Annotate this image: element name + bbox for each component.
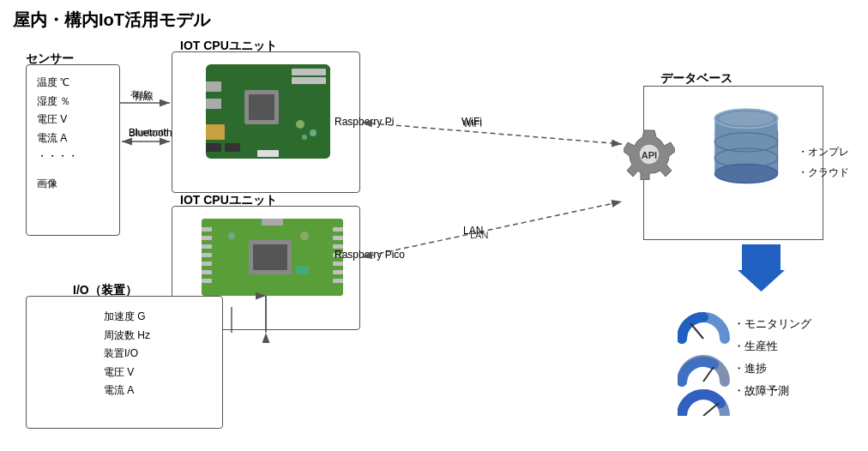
bluetooth-label: Bluetooth	[129, 127, 172, 139]
svg-marker-55	[738, 244, 785, 292]
svg-rect-10	[257, 150, 279, 157]
svg-rect-16	[253, 244, 287, 270]
db-option-2: ・クラウド	[798, 162, 849, 183]
raspberry-pico-image	[202, 219, 343, 296]
sensor-line-1: 温度 ℃	[37, 74, 109, 93]
svg-rect-5	[206, 81, 221, 92]
svg-point-12	[310, 129, 316, 136]
svg-text:API: API	[642, 150, 657, 160]
svg-rect-24	[333, 227, 343, 232]
raspberry-pi-image	[206, 64, 330, 159]
svg-line-66	[362, 123, 622, 144]
svg-line-57	[703, 367, 714, 382]
api-gear: API	[624, 129, 675, 180]
result-1: ・モニタリング	[733, 313, 811, 335]
svg-rect-2	[249, 94, 274, 120]
svg-rect-8	[206, 143, 221, 152]
database-label: データベース	[660, 71, 732, 87]
svg-rect-4	[292, 77, 326, 84]
results-content: ・モニタリング ・生産性 ・進捗 ・故障予測	[733, 313, 811, 402]
lan-label: LAN	[463, 225, 483, 237]
wifi-label: WiFi	[461, 116, 482, 128]
svg-line-58	[703, 403, 719, 416]
sensor-line-6: 画像	[37, 175, 109, 194]
io-line-4: 電圧 V	[104, 364, 218, 382]
svg-point-41	[719, 111, 774, 126]
io-box: 加速度 G 周波数 Hz 装置I/O 電圧 V 電流 A	[26, 296, 223, 429]
svg-point-32	[300, 232, 309, 240]
svg-rect-28	[333, 262, 343, 266]
wire-label: 有線	[133, 89, 154, 104]
io-content: 加速度 G 周波数 Hz 装置I/O 電圧 V 電流 A	[27, 304, 222, 405]
svg-point-33	[228, 232, 235, 239]
svg-rect-7	[206, 124, 225, 140]
svg-rect-17	[202, 227, 212, 232]
svg-rect-9	[225, 143, 240, 152]
raspberry-pi-label: Raspberry Pi	[335, 116, 394, 128]
svg-rect-25	[333, 236, 343, 240]
svg-rect-20	[202, 253, 212, 257]
svg-rect-19	[202, 244, 212, 249]
svg-rect-23	[202, 279, 212, 283]
svg-rect-30	[333, 279, 343, 283]
sensor-line-4: 電流 A	[37, 129, 109, 148]
database-cylinder	[703, 103, 789, 197]
svg-rect-21	[202, 262, 212, 266]
svg-rect-3	[292, 69, 326, 75]
database-options: ・オンプレ ・クラウド	[798, 141, 849, 183]
sensor-box: 温度 ℃ 湿度 ％ 電圧 V 電流 A ・・・・ 画像	[26, 64, 120, 236]
sensor-line-3: 電圧 V	[37, 111, 109, 129]
db-option-1: ・オンプレ	[798, 141, 849, 162]
io-line-2: 周波数 Hz	[104, 327, 218, 346]
io-line-5: 電流 A	[104, 382, 218, 400]
svg-rect-31	[262, 219, 283, 226]
svg-point-13	[302, 135, 307, 140]
result-3: ・進捗	[733, 358, 811, 380]
svg-rect-18	[202, 236, 212, 240]
result-4: ・故障予測	[733, 380, 811, 402]
arrow-down-blue	[738, 244, 785, 292]
diagram: 屋内・構内IoT活用モデル センサー 温度 ℃ 湿度 ％ 電圧 V 電流 A ・…	[0, 0, 868, 451]
sensor-content: 温度 ℃ 湿度 ％ 電圧 V 電流 A ・・・・ 画像	[27, 65, 119, 202]
svg-rect-34	[296, 266, 309, 274]
svg-line-56	[690, 323, 703, 339]
io-line-3: 装置I/O	[104, 345, 218, 364]
sensor-line-2: 湿度 ％	[37, 93, 109, 111]
svg-rect-22	[202, 270, 212, 274]
page-title: 屋内・構内IoT活用モデル	[13, 9, 855, 32]
io-line-1: 加速度 G	[104, 308, 218, 327]
result-2: ・生産性	[733, 335, 811, 358]
svg-point-11	[296, 120, 304, 129]
raspberry-pico-label: Raspberry Pico	[335, 249, 405, 261]
svg-rect-6	[206, 99, 221, 109]
gauges-placeholder	[678, 304, 738, 416]
sensor-line-5: ・・・・	[37, 147, 109, 166]
svg-rect-29	[333, 270, 343, 274]
